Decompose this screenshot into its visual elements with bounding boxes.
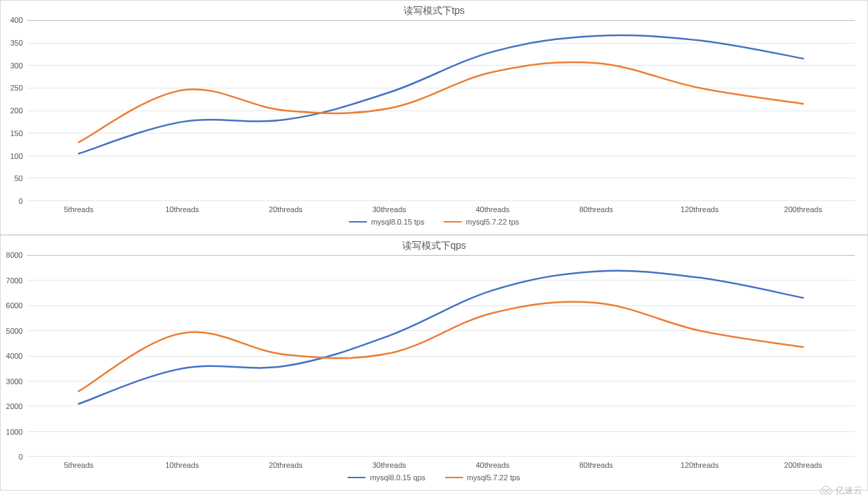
legend-label: mysql5.7.22 tps <box>467 473 520 482</box>
x-tick: 10threads <box>131 205 234 214</box>
x-tick: 5threads <box>27 461 131 469</box>
chart-lines <box>27 20 855 201</box>
legend: mysql8.0.15 tpsmysql5.7.22 tps <box>1 214 867 231</box>
legend-label: mysql5.7.22 tps <box>466 218 519 226</box>
legend-label: mysql8.0.15 tps <box>371 218 424 226</box>
plot-area <box>27 20 855 201</box>
x-tick: 80threads <box>545 461 648 469</box>
x-tick: 80threads <box>545 205 648 214</box>
legend-swatch <box>349 221 367 223</box>
y-axis: 800070006000500040003000200010000 <box>1 255 27 457</box>
chart-lines <box>27 255 855 457</box>
legend-item: mysql5.7.22 tps <box>445 473 520 482</box>
series-line <box>79 62 803 142</box>
x-tick: 20threads <box>234 205 338 214</box>
x-tick: 200threads <box>751 461 855 469</box>
legend-swatch <box>348 477 366 478</box>
x-tick: 40threads <box>441 205 545 214</box>
legend-label: mysql8.0.15 qps <box>370 473 425 482</box>
series-line <box>79 35 803 153</box>
x-tick: 30threads <box>337 461 441 469</box>
plot-area <box>27 255 855 457</box>
legend: mysql8.0.15 qpsmysql5.7.22 tps <box>1 469 867 487</box>
series-line <box>79 271 803 404</box>
legend-swatch <box>445 477 463 478</box>
chart-1: 读写模式下qps80007000600050004000300020001000… <box>0 235 868 491</box>
y-axis: 400350300250200150100500 <box>1 20 27 201</box>
x-tick: 5threads <box>27 205 131 214</box>
legend-item: mysql8.0.15 qps <box>348 473 425 482</box>
x-tick: 40threads <box>441 461 545 469</box>
legend-item: mysql8.0.15 tps <box>349 218 424 226</box>
chart-title: 读写模式下tps <box>1 1 867 20</box>
legend-item: mysql5.7.22 tps <box>444 218 519 226</box>
x-tick: 120threads <box>648 461 752 469</box>
x-tick: 10threads <box>131 461 234 469</box>
x-tick: 120threads <box>648 205 752 214</box>
chart-title: 读写模式下qps <box>1 236 867 255</box>
x-tick: 20threads <box>234 461 338 469</box>
x-axis: 5threads10threads20threads30threads40thr… <box>27 201 855 214</box>
x-axis: 5threads10threads20threads30threads40thr… <box>27 457 855 469</box>
x-tick: 200threads <box>751 205 855 214</box>
x-tick: 30threads <box>337 205 441 214</box>
legend-swatch <box>444 221 462 223</box>
chart-0: 读写模式下tps4003503002502001501005005threads… <box>0 0 868 235</box>
series-line <box>79 302 803 391</box>
